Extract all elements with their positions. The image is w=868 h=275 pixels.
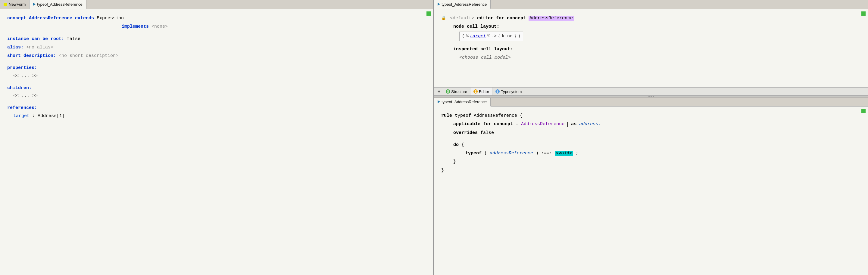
cell-arrow: -> — [491, 33, 497, 40]
structure-label: Structure — [451, 89, 467, 94]
newform-label: NewForm — [9, 2, 26, 7]
kw-applicable: applicable — [453, 122, 480, 127]
right-top-editor: 🔒 <default> editor for concept AddressRe… — [434, 9, 868, 87]
editor-label: Editor — [479, 89, 489, 94]
left-green-indicator — [427, 11, 431, 15]
do-brace-open: { — [461, 142, 464, 147]
kw-default: <default> — [450, 15, 474, 21]
tab-typeof-ar-left[interactable]: typeof_AddressReference — [30, 0, 86, 9]
kw-node-cell: node cell layout: — [453, 24, 499, 29]
rb-line-7: } — [441, 167, 861, 174]
code-line-5: short description: <no short description… — [7, 52, 426, 60]
text-cursor-rb — [567, 122, 568, 127]
left-tab-bar: NewForm typeof_AddressReference — [0, 0, 433, 9]
rule-brace-open: { — [520, 113, 523, 118]
tab-typeof-ar-bottom[interactable]: typeof_AddressReference — [434, 98, 491, 106]
typeof-ar-bottom-icon — [438, 100, 440, 103]
rb-line-2: applicable for concept = AddressReferenc… — [441, 121, 861, 128]
tab-editor[interactable]: E Editor — [470, 88, 492, 95]
do-brace-close: } — [453, 159, 456, 164]
kw-as: as — [571, 122, 577, 127]
left-editor-pane: concept AddressReference extends Express… — [0, 9, 433, 275]
right-top-tab-bar: typeof_AddressReference — [434, 0, 868, 9]
kw-extends: extends — [75, 15, 94, 21]
typesystem-label: Typesystem — [501, 89, 522, 94]
rt-line-3: ( % target % -> { kind } ) — [441, 32, 861, 41]
cell-pct2: % — [487, 33, 490, 40]
rb-line-1: rule typeof_AddressReference { — [441, 112, 861, 120]
rt-line-5: <choose cell model> — [441, 54, 861, 62]
kw-alias: alias: — [7, 45, 24, 50]
rb-line-5: typeof ( addressReference ) :==: <void> … — [441, 149, 861, 157]
rule-brace-close: } — [441, 168, 444, 173]
tab-typesystem[interactable]: i Typesystem — [492, 88, 525, 95]
tab-newform[interactable]: NewForm — [0, 0, 30, 9]
structure-icon: S — [446, 89, 450, 94]
right-bottom-editor: rule typeof_AddressReference { applicabl… — [434, 106, 868, 275]
instance-value: false — [67, 36, 81, 41]
cell-paren-close: ) — [518, 33, 521, 40]
lock-icon: 🔒 — [441, 16, 446, 21]
code-line-8-header: references: — [7, 104, 426, 112]
code-line-2: implements <none> — [7, 23, 426, 31]
bottom-tab-bar: + S Structure E Editor i Typesystem — [434, 87, 868, 96]
code-line-1: concept AddressReference extends Express… — [7, 14, 426, 22]
typeof-ar-right-icon — [438, 3, 440, 6]
rt-line-2: node cell layout: — [441, 23, 861, 31]
cell-layout-box: ( % target % -> { kind } ) — [459, 32, 523, 41]
code-line-4: alias: <no alias> — [7, 44, 426, 51]
cell-pct1: % — [466, 33, 469, 40]
kw-children: children: — [7, 85, 32, 91]
kw-concept: concept — [7, 15, 26, 21]
address-var: address. — [579, 122, 601, 127]
short-value: <no short description> — [59, 53, 118, 58]
kw-do: do — [453, 142, 459, 147]
expression-name: Expression — [97, 15, 124, 21]
code-line-3: instance can be root: false — [7, 35, 426, 43]
choose-cell-model: <choose cell model> — [459, 55, 511, 60]
rule-name: typeof_AddressReference — [455, 113, 517, 118]
overrides-value: false — [480, 130, 494, 135]
kw-implements: implements — [122, 24, 149, 29]
cell-target: target — [470, 33, 486, 40]
kw-editor: editor for concept — [477, 15, 526, 21]
typeof-ar-left-icon — [33, 3, 35, 6]
rb-line-3: overrides false — [441, 129, 861, 137]
concept-name-left: AddressReference — [29, 15, 72, 21]
concept-name-rb: AddressReference — [521, 122, 564, 127]
rb-line-4: do { — [441, 141, 861, 149]
rb-line-6: } — [441, 158, 861, 166]
right-bottom-tab-bar: typeof_AddressReference — [434, 98, 868, 106]
cell-brace-open: { — [498, 33, 501, 40]
rt-line-1: 🔒 <default> editor for concept AddressRe… — [441, 14, 861, 22]
kw-for: for — [483, 122, 491, 127]
kw-short: short description: — [7, 53, 56, 58]
code-line-6-value: << ... >> — [7, 72, 426, 80]
kw-rule: rule — [441, 113, 452, 118]
void-value: <void> — [555, 151, 573, 156]
cell-paren-open: ( — [462, 33, 465, 40]
tab-typeof-ar-right[interactable]: typeof_AddressReference — [434, 0, 491, 9]
code-line-7-header: children: — [7, 84, 426, 92]
add-tab-button[interactable]: + — [435, 89, 443, 94]
children-value: << ... >> — [13, 93, 38, 98]
concept-name-rt: AddressReference — [529, 15, 574, 21]
rt-line-4: inspected cell layout: — [441, 45, 861, 53]
kw-instance: instance can be root: — [7, 36, 64, 41]
code-line-7-value: << ... >> — [7, 92, 426, 100]
address-ref-var: addressReference — [490, 151, 533, 156]
alias-value: <no alias> — [26, 45, 53, 50]
right-top-green-indicator — [861, 11, 866, 15]
code-line-8-target: target : Address[1] — [7, 112, 426, 120]
typeof-ar-left-label: typeof_AddressReference — [37, 2, 82, 7]
right-bottom-green-indicator — [861, 109, 866, 113]
typeof-ar-bottom-label: typeof_AddressReference — [441, 100, 487, 104]
tab-structure[interactable]: S Structure — [443, 88, 470, 95]
kw-concept-rb: concept — [494, 122, 513, 127]
properties-value: << ... >> — [13, 73, 38, 78]
newform-icon — [4, 3, 7, 6]
typesystem-icon: i — [495, 89, 500, 94]
cell-kind: kind — [502, 33, 513, 40]
kw-typeof: typeof — [465, 151, 482, 156]
target-ref: target — [13, 113, 30, 118]
